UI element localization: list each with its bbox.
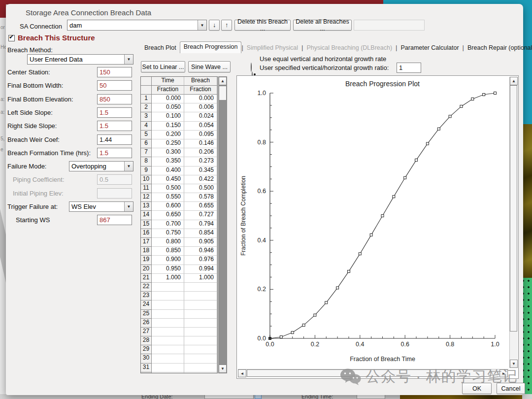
breach-fraction-cell[interactable]: 0.905 [184,238,217,247]
breach-fraction-cell[interactable]: 0.854 [184,229,217,238]
time-fraction-cell[interactable] [152,292,184,300]
table-row[interactable]: 110.5000.500 [141,184,217,193]
breach-fraction-cell[interactable]: 0.273 [184,157,217,166]
time-fraction-cell[interactable]: 0.200 [152,131,184,139]
time-fraction-cell[interactable] [152,310,184,319]
sa-connection-combobox[interactable]: dam ▼ [67,20,207,31]
breach-progression-table[interactable]: TimeBreachFractionFraction10.0000.00020.… [140,76,218,373]
breach-method-combobox[interactable]: User Entered Data ▼ [27,54,133,65]
breach-fraction-cell[interactable]: 0.345 [184,166,217,175]
table-row[interactable]: 190.9000.976 [141,256,217,265]
table-row[interactable]: 40.1500.054 [141,122,217,131]
time-fraction-cell[interactable]: 1.000 [152,274,184,283]
time-fraction-cell[interactable] [152,345,184,354]
table-row[interactable]: 25 [141,310,217,319]
scroll-down-icon[interactable]: ▼ [219,365,227,373]
parameter-input[interactable]: 1.44 [97,134,132,145]
table-row[interactable]: 130.6000.655 [141,202,217,211]
breach-fraction-cell[interactable] [184,328,217,336]
table-row[interactable]: 50.2000.095 [141,131,217,139]
breach-fraction-cell[interactable]: 0.976 [184,256,217,265]
table-row[interactable]: 27 [141,328,217,336]
time-fraction-cell[interactable]: 0.550 [152,193,184,202]
table-row[interactable]: 24 [141,300,217,309]
time-fraction-cell[interactable] [152,372,184,373]
next-breach-button[interactable]: ↑ [221,20,232,31]
scroll-up-icon[interactable]: ▲ [219,77,227,85]
chart-vertical-scrollbar[interactable]: ▲ ▼ [509,77,518,368]
table-row[interactable]: 30 [141,354,217,363]
table-row[interactable]: 211.0001.000 [141,274,217,283]
previous-breach-button[interactable]: ↓ [209,20,220,31]
ok-button[interactable]: OK [462,383,492,394]
table-row[interactable]: 180.8500.946 [141,247,217,256]
delete-all-breaches-button[interactable]: Delete all Breaches ... [293,20,352,31]
time-fraction-cell[interactable] [152,300,184,309]
breach-fraction-cell[interactable]: 0.422 [184,175,217,184]
time-fraction-cell[interactable] [152,336,184,345]
chart-vscroll-thumb[interactable] [510,85,517,332]
time-fraction-cell[interactable]: 0.950 [152,265,184,274]
table-row[interactable]: 160.7500.854 [141,229,217,238]
table-row[interactable]: 60.2500.146 [141,139,217,148]
table-row[interactable]: 70.3000.206 [141,148,217,157]
table-row[interactable]: 28 [141,336,217,345]
scroll-right-icon[interactable]: ► [499,369,508,377]
breach-fraction-cell[interactable]: 0.095 [184,131,217,139]
time-fraction-cell[interactable]: 0.450 [152,175,184,184]
breach-fraction-cell[interactable]: 0.994 [184,265,217,274]
time-fraction-cell[interactable]: 0.600 [152,202,184,211]
breach-fraction-cell[interactable]: 0.794 [184,220,217,229]
radio-specified-ratio-label[interactable]: User specified vertical/horizontal growt… [260,64,389,71]
tab-breach-progression[interactable]: Breach Progression [180,41,242,53]
breach-fraction-cell[interactable]: 0.146 [184,139,217,148]
trigger-failure-combobox[interactable]: WS Elev▼ [69,201,133,212]
breach-fraction-cell[interactable]: 0.000 [184,95,217,103]
time-fraction-cell[interactable]: 0.300 [152,148,184,157]
table-row[interactable]: 170.8000.905 [141,238,217,247]
time-fraction-cell[interactable]: 0.000 [152,95,184,103]
time-fraction-cell[interactable]: 0.100 [152,112,184,121]
parameter-input[interactable]: 1.5 [97,148,132,158]
breach-fraction-cell[interactable]: 0.727 [184,211,217,220]
set-to-linear-button[interactable]: Set to Linear ... [141,61,185,72]
tab-parameter-calculator[interactable]: Parameter Calculator [398,43,463,53]
table-row[interactable]: 26 [141,319,217,328]
table-row[interactable]: 80.3500.273 [141,157,217,166]
delete-this-breach-button[interactable]: Delete this Breach ... [234,20,291,31]
table-row[interactable]: 10.0000.000 [141,95,217,103]
breach-fraction-cell[interactable]: 0.206 [184,148,217,157]
time-fraction-cell[interactable] [152,364,184,372]
table-scrollbar[interactable]: ▲ ▼ [218,76,227,373]
scroll-up-icon[interactable]: ▲ [510,77,518,85]
time-fraction-cell[interactable]: 0.250 [152,139,184,148]
breach-fraction-cell[interactable]: 0.655 [184,202,217,211]
time-fraction-cell[interactable] [152,354,184,363]
breach-fraction-cell[interactable] [184,300,217,309]
scroll-left-icon[interactable]: ◄ [238,369,246,377]
breach-fraction-cell[interactable] [184,372,217,373]
breach-fraction-cell[interactable] [184,319,217,328]
time-fraction-cell[interactable]: 0.050 [152,103,184,112]
parameter-input[interactable]: 1.5 [97,121,132,131]
breach-fraction-cell[interactable] [184,364,217,372]
scroll-down-icon[interactable]: ▼ [510,360,518,368]
chevron-down-icon[interactable]: ▼ [124,202,133,211]
table-row[interactable]: 150.7000.794 [141,220,217,229]
time-fraction-cell[interactable]: 0.400 [152,166,184,175]
radio-equal-growth-label[interactable]: Use equal vertical and horizontal growth… [260,55,386,63]
chevron-down-icon[interactable]: ▼ [124,55,133,64]
time-fraction-cell[interactable] [152,319,184,328]
growth-ratio-input[interactable]: 1 [397,63,421,73]
breach-fraction-cell[interactable]: 0.578 [184,193,217,202]
breach-fraction-cell[interactable] [184,336,217,345]
time-fraction-cell[interactable]: 0.350 [152,157,184,166]
table-row[interactable]: 22 [141,283,217,292]
parameter-input[interactable]: 150 [97,67,132,77]
table-row[interactable]: 29 [141,345,217,354]
table-row[interactable]: 120.5500.578 [141,193,217,202]
time-fraction-cell[interactable]: 0.150 [152,122,184,131]
sine-wave-button[interactable]: Sine Wave ... [188,61,231,72]
table-row[interactable]: 90.4000.345 [141,166,217,175]
breach-fraction-cell[interactable] [184,283,217,292]
